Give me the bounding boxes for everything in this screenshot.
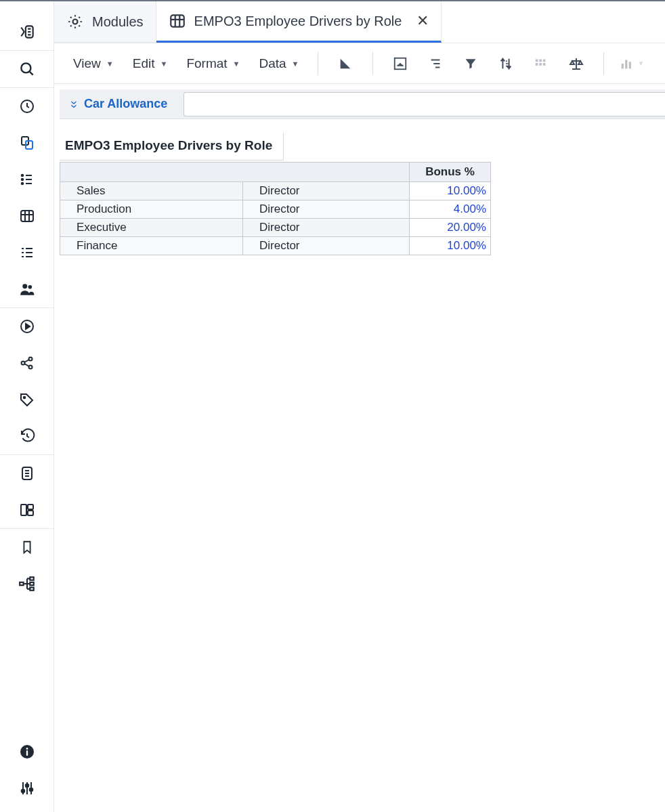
tool-triangle-button[interactable] <box>330 50 360 77</box>
menu-data[interactable]: Data▼ <box>252 52 305 75</box>
svg-rect-22 <box>30 582 33 585</box>
cells-icon <box>534 56 549 71</box>
tool-align-button[interactable] <box>421 50 450 77</box>
nav-users-button[interactable] <box>0 271 53 307</box>
row-dept[interactable]: Production <box>60 200 243 219</box>
nav-lists-button[interactable] <box>0 161 53 198</box>
svg-rect-23 <box>30 587 33 590</box>
row-dept[interactable]: Sales <box>60 182 243 200</box>
cell-value[interactable]: 4.00% <box>410 200 491 219</box>
info-icon <box>19 744 35 760</box>
column-header-bonus[interactable]: Bonus % <box>410 163 491 182</box>
filter-chip-label: Car Allowance <box>84 97 167 111</box>
grid-table-icon <box>19 208 35 224</box>
blank-header <box>60 163 410 182</box>
svg-rect-37 <box>540 63 542 66</box>
table-row: Sales Director 10.00% <box>60 182 491 200</box>
toolbar: View▼ Edit▼ Format▼ Data▼ ▼ <box>54 43 665 84</box>
play-circle-icon <box>19 318 35 335</box>
toolbar-separator <box>603 52 604 75</box>
svg-rect-26 <box>26 750 27 756</box>
bookmark-icon <box>20 540 35 555</box>
chevron-down-icon: ▼ <box>106 60 114 68</box>
gear-icon <box>66 13 84 30</box>
dashboard-icon <box>19 502 35 518</box>
svg-rect-39 <box>621 64 623 68</box>
left-nav-rail <box>0 1 54 812</box>
nav-modules-button[interactable] <box>0 198 53 234</box>
nav-versions-button[interactable] <box>0 125 53 161</box>
copy-icon <box>19 135 35 151</box>
svg-rect-21 <box>30 577 33 580</box>
svg-point-10 <box>28 285 32 289</box>
menu-view-label: View <box>73 56 101 71</box>
svg-rect-18 <box>28 505 33 509</box>
svg-rect-36 <box>536 63 538 66</box>
nav-bookmark-button[interactable] <box>0 529 53 565</box>
tab-active-module[interactable]: EMPO3 Employee Drivers by Role ✕ <box>156 1 442 43</box>
nav-time-button[interactable] <box>0 88 53 125</box>
cell-value[interactable]: 10.00% <box>410 182 491 200</box>
bar-chart-icon <box>619 56 634 71</box>
clock-icon <box>19 98 35 114</box>
close-icon[interactable]: ✕ <box>416 12 429 30</box>
panel-collapse-icon <box>18 23 36 41</box>
svg-rect-40 <box>625 60 627 68</box>
line-items-icon <box>19 244 35 261</box>
menu-edit-label: Edit <box>133 56 155 71</box>
nav-tags-button[interactable] <box>0 381 53 418</box>
chevron-down-icon: ▼ <box>638 60 645 67</box>
filter-chip-car-allowance[interactable]: Car Allowance <box>60 89 177 119</box>
list-icon <box>19 171 35 188</box>
filter-bar: Car Allowance <box>60 89 665 119</box>
pivot-icon <box>393 56 408 71</box>
svg-rect-38 <box>543 63 546 66</box>
menu-format[interactable]: Format▼ <box>179 52 246 75</box>
chevron-down-icon: ▼ <box>160 60 167 68</box>
history-icon <box>19 428 35 444</box>
row-role[interactable]: Director <box>243 237 410 255</box>
tool-filter-button[interactable] <box>456 50 486 77</box>
svg-rect-35 <box>543 59 546 62</box>
nav-notes-button[interactable] <box>0 455 53 492</box>
chevron-down-icon: ▼ <box>233 60 240 68</box>
scales-icon <box>568 56 584 72</box>
row-role[interactable]: Director <box>243 219 410 237</box>
row-dept[interactable]: Finance <box>60 237 243 255</box>
nav-line-items-button[interactable] <box>0 234 53 271</box>
svg-rect-17 <box>21 505 26 515</box>
cell-value[interactable]: 20.00% <box>410 219 491 237</box>
table-row: Production Director 4.00% <box>60 200 491 219</box>
nav-dashboards-button[interactable] <box>0 492 53 528</box>
search-button[interactable] <box>0 51 53 87</box>
row-dept[interactable]: Executive <box>60 219 243 237</box>
tool-compare-button[interactable] <box>561 50 591 77</box>
menu-view[interactable]: View▼ <box>66 52 121 75</box>
row-role[interactable]: Director <box>243 200 410 219</box>
nav-hierarchy-button[interactable] <box>0 565 53 602</box>
hierarchy-icon <box>18 575 36 593</box>
data-grid: Bonus % Sales Director 10.00% Production… <box>60 162 491 255</box>
tab-modules-label: Modules <box>92 14 144 30</box>
nav-share-button[interactable] <box>0 345 53 381</box>
nav-info-button[interactable] <box>0 733 53 770</box>
svg-point-25 <box>26 748 28 750</box>
tool-sort-button[interactable] <box>491 50 521 77</box>
table-icon <box>169 12 186 30</box>
menu-edit[interactable]: Edit▼ <box>126 52 175 75</box>
table-row: Finance Director 10.00% <box>60 237 491 255</box>
nav-actions-button[interactable] <box>0 308 53 345</box>
search-icon <box>18 60 36 78</box>
svg-point-28 <box>25 784 28 788</box>
right-triangle-icon <box>338 56 353 71</box>
menu-data-label: Data <box>259 56 286 71</box>
row-role[interactable]: Director <box>243 182 410 200</box>
collapse-panel-button[interactable] <box>0 14 53 50</box>
nav-history-button[interactable] <box>0 418 53 454</box>
svg-point-9 <box>22 284 27 289</box>
tool-pivot-button[interactable] <box>385 50 415 77</box>
cell-value[interactable]: 10.00% <box>410 237 491 255</box>
filter-input-box[interactable] <box>184 92 665 116</box>
tab-modules[interactable]: Modules <box>54 1 156 43</box>
nav-settings-button[interactable] <box>0 770 53 807</box>
